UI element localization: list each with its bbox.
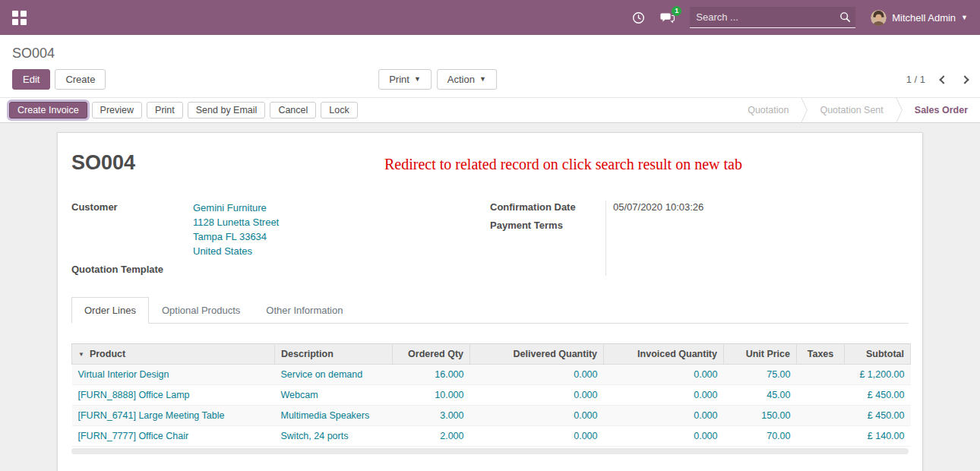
cell-product: [FURN_6741] Large Meeting Table <box>72 406 275 426</box>
edit-button[interactable]: Edit <box>12 69 50 90</box>
header-invoiced-qty[interactable]: Invoiced Quantity <box>604 344 724 365</box>
cell-description: Webcam <box>275 385 393 406</box>
activities-clock-icon[interactable] <box>632 11 645 24</box>
payment-terms-label: Payment Terms <box>490 219 605 237</box>
header-subtotal[interactable]: Subtotal <box>845 344 911 365</box>
chevron-separator-icon <box>896 98 903 122</box>
order-lines-table: ▼Product Description Ordered Qty Deliver… <box>71 343 911 447</box>
header-ordered-qty[interactable]: Ordered Qty <box>393 344 470 365</box>
table-row[interactable]: Virtual Interior Design Service on deman… <box>72 365 911 385</box>
sale-order-sheet: SO004 Redirect to related record on clic… <box>57 132 923 471</box>
cell-description: Switch, 24 ports <box>275 426 393 447</box>
horizontal-scrollbar[interactable] <box>71 448 909 454</box>
create-button[interactable]: Create <box>55 69 106 90</box>
breadcrumb: SO004 <box>0 35 980 63</box>
table-row[interactable]: [FURN_8888] Office Lamp Webcam 10.000 0.… <box>72 385 911 406</box>
stage-quotation[interactable]: Quotation <box>735 98 801 122</box>
cell-delivered-qty: 0.000 <box>470 365 604 385</box>
header-product[interactable]: ▼Product <box>72 344 275 365</box>
cell-subtotal: £ 1,200.00 <box>845 365 911 385</box>
customer-name: Gemini Furniture <box>193 201 490 215</box>
cell-taxes <box>797 385 845 406</box>
quotation-template-label: Quotation Template <box>71 263 193 276</box>
notebook-tabs: Order Lines Optional Products Other Info… <box>71 297 909 324</box>
preview-button[interactable]: Preview <box>92 102 142 119</box>
stage-sales-order[interactable]: Sales Order <box>903 98 980 122</box>
cell-unit-price: 150.00 <box>724 406 797 426</box>
table-header-row: ▼Product Description Ordered Qty Deliver… <box>72 344 911 365</box>
create-invoice-button[interactable]: Create Invoice <box>9 102 87 119</box>
cell-invoiced-qty: 0.000 <box>604 406 724 426</box>
cell-invoiced-qty: 0.000 <box>604 365 724 385</box>
messages-count-badge: 1 <box>672 6 681 16</box>
cell-delivered-qty: 0.000 <box>470 406 604 426</box>
cell-ordered-qty: 16.000 <box>393 365 470 385</box>
sort-caret-icon[interactable]: ▼ <box>78 351 84 358</box>
header-description[interactable]: Description <box>275 344 393 365</box>
cell-subtotal: £ 140.00 <box>845 426 911 447</box>
print-dropdown-button[interactable]: Print ▼ <box>378 69 432 90</box>
cell-subtotal: £ 450.00 <box>845 385 911 406</box>
lock-button[interactable]: Lock <box>321 102 357 119</box>
field-groups: Customer Gemini Furniture 1128 Lunetta S… <box>71 201 909 276</box>
chevron-down-icon: ▼ <box>414 76 421 83</box>
annotation-text: Redirect to related record on click sear… <box>384 156 742 173</box>
tab-optional-products[interactable]: Optional Products <box>149 297 253 324</box>
top-navbar: 1 Mitchell Admin ▼ <box>0 0 980 35</box>
search-icon[interactable] <box>839 11 851 23</box>
table-row[interactable]: [FURN_6741] Large Meeting Table Multimed… <box>72 406 911 426</box>
pager-previous-icon[interactable] <box>939 75 947 84</box>
search-input[interactable] <box>694 7 839 27</box>
user-name: Mitchell Admin <box>892 12 956 24</box>
cell-subtotal: £ 450.00 <box>845 406 911 426</box>
tab-order-lines[interactable]: Order Lines <box>71 297 149 324</box>
action-label: Action <box>447 74 475 85</box>
cell-description: Service on demand <box>275 365 393 385</box>
cell-invoiced-qty: 0.000 <box>604 426 724 447</box>
cell-taxes <box>797 426 845 447</box>
table-row[interactable]: [FURN_7777] Office Chair Switch, 24 port… <box>72 426 911 447</box>
confirmation-date-label: Confirmation Date <box>490 201 605 219</box>
cell-delivered-qty: 0.000 <box>470 385 604 406</box>
messages-chat-icon[interactable]: 1 <box>660 11 675 24</box>
cell-delivered-qty: 0.000 <box>470 426 604 447</box>
user-menu[interactable]: Mitchell Admin ▼ <box>871 10 968 26</box>
cell-taxes <box>797 365 845 385</box>
chevron-down-icon: ▼ <box>479 76 486 83</box>
cell-ordered-qty: 3.000 <box>393 406 470 426</box>
cell-unit-price: 75.00 <box>724 365 797 385</box>
customer-label: Customer <box>71 201 193 213</box>
customer-country: United States <box>193 244 490 258</box>
send-by-email-button[interactable]: Send by Email <box>188 102 266 119</box>
chevron-separator-icon <box>801 98 808 122</box>
cell-product: [FURN_8888] Office Lamp <box>72 385 275 406</box>
statusbar: Create Invoice Preview Print Send by Ema… <box>0 97 980 123</box>
customer-street: 1128 Lunetta Street <box>193 215 490 229</box>
action-dropdown-button[interactable]: Action ▼ <box>437 69 497 90</box>
apps-menu-icon[interactable] <box>12 9 29 26</box>
pager: 1 / 1 <box>906 74 968 85</box>
header-taxes[interactable]: Taxes <box>797 344 845 365</box>
cell-taxes <box>797 406 845 426</box>
payment-terms-value[interactable] <box>613 219 909 237</box>
tab-other-information[interactable]: Other Information <box>253 297 356 324</box>
print-label: Print <box>389 74 409 85</box>
cell-product: [FURN_7777] Office Chair <box>72 426 275 447</box>
confirmation-date-value: 05/07/2020 10:03:26 <box>613 201 909 219</box>
customer-city: Tampa FL 33634 <box>193 229 490 244</box>
cancel-button[interactable]: Cancel <box>270 102 316 119</box>
print-button[interactable]: Print <box>147 102 183 119</box>
header-delivered-qty[interactable]: Delivered Quantity <box>470 344 604 365</box>
cell-description: Multimedia Speakers <box>275 406 393 426</box>
cell-invoiced-qty: 0.000 <box>604 385 724 406</box>
customer-link[interactable]: Gemini Furniture 1128 Lunetta Street Tam… <box>193 201 490 258</box>
navbar-search <box>690 7 855 28</box>
pager-next-icon[interactable] <box>960 75 969 84</box>
stage-quotation-sent[interactable]: Quotation Sent <box>808 98 895 122</box>
header-unit-price[interactable]: Unit Price <box>724 344 797 365</box>
control-panel: Edit Create Print ▼ Action ▼ 1 / 1 <box>0 63 980 97</box>
form-view-content: SO004 Redirect to related record on clic… <box>0 123 980 471</box>
status-pipeline: Quotation Quotation Sent Sales Order <box>735 98 980 122</box>
cell-ordered-qty: 2.000 <box>393 426 470 447</box>
cell-ordered-qty: 10.000 <box>393 385 470 406</box>
